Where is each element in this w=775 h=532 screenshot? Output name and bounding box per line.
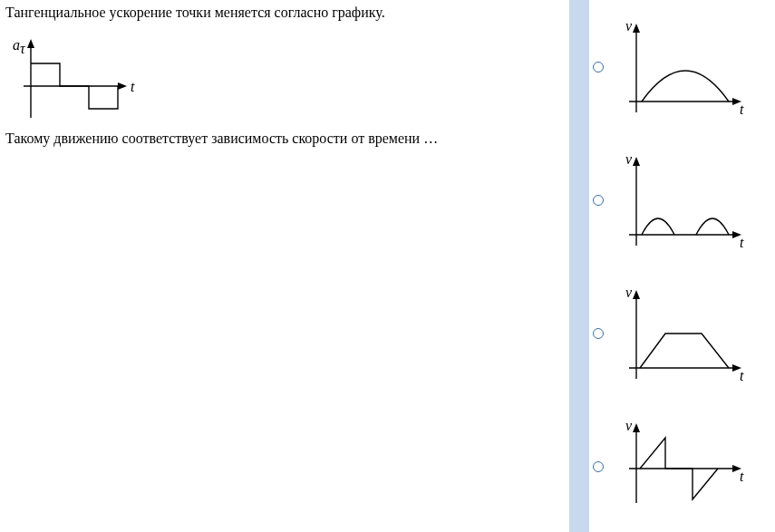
svg-marker-9: [633, 157, 640, 166]
opt4-xlabel: t: [740, 469, 744, 484]
option-row-2: v t: [589, 133, 775, 266]
svg-marker-17: [633, 423, 640, 432]
radio-option-2[interactable]: [593, 195, 604, 206]
option-row-3: v t: [589, 266, 775, 400]
q-graph-xlabel: t: [131, 79, 135, 94]
svg-marker-5: [633, 24, 640, 33]
question-line-2: Такому движению соответствует зависимост…: [5, 130, 572, 147]
option-graph-1: v t: [615, 13, 751, 121]
panel-separator: [569, 0, 589, 532]
radio-option-4[interactable]: [593, 461, 604, 472]
opt2-ylabel: v: [625, 151, 633, 167]
question-graph: a τ t: [5, 23, 150, 122]
radio-option-3[interactable]: [593, 328, 604, 339]
opt4-ylabel: v: [625, 418, 633, 433]
svg-marker-1: [27, 39, 34, 48]
svg-marker-3: [118, 82, 127, 90]
radio-option-1[interactable]: [593, 62, 604, 73]
opt1-xlabel: t: [740, 102, 744, 117]
opt3-xlabel: t: [740, 368, 744, 383]
opt1-ylabel: v: [625, 18, 633, 34]
svg-marker-13: [633, 290, 640, 299]
option-graph-4: v t: [615, 412, 751, 521]
opt3-ylabel: v: [625, 285, 633, 300]
q-graph-ysub: τ: [20, 41, 26, 56]
opt2-xlabel: t: [740, 235, 744, 250]
question-panel: Тангенциальное ускорение точки меняется …: [0, 0, 577, 150]
option-graph-3: v t: [615, 279, 751, 388]
option-graph-2: v t: [615, 146, 751, 255]
q-graph-ylabel: a: [13, 37, 20, 53]
options-panel: v t v t: [589, 0, 775, 532]
option-row-4: v t: [589, 400, 775, 532]
option-row-1: v t: [589, 0, 775, 133]
question-line-1: Тангенциальное ускорение точки меняется …: [5, 4, 572, 21]
